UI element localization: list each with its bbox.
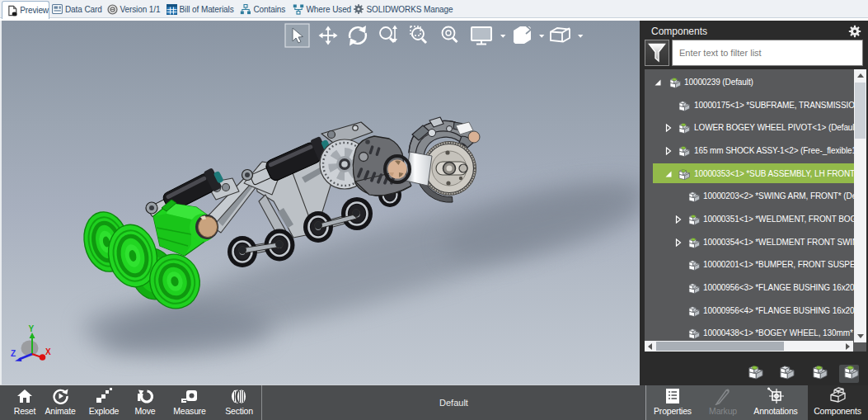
svg-text:X: X (45, 347, 51, 356)
svg-text:Y: Y (29, 324, 35, 333)
svg-text:Z: Z (11, 349, 16, 358)
